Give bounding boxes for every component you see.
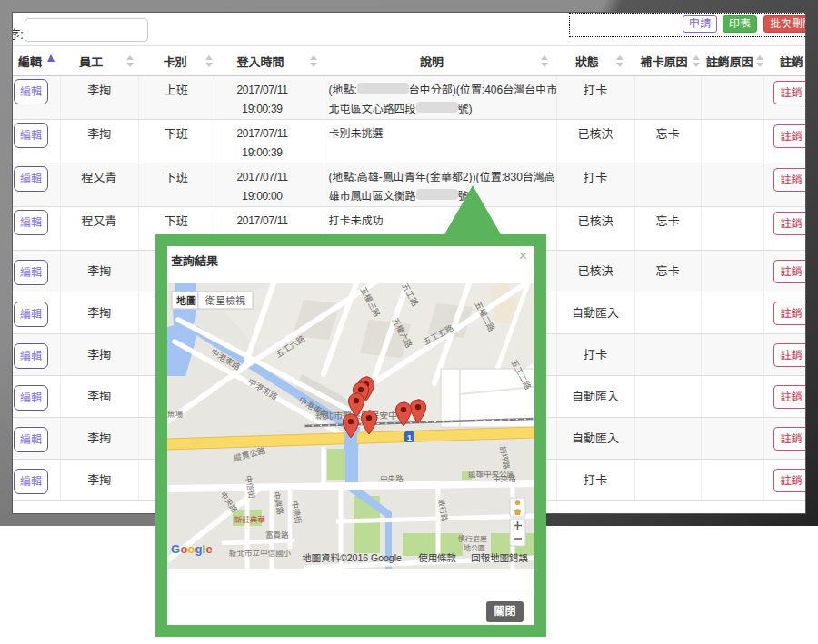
svg-text:回報地圖錯誤: 回報地圖錯誤 xyxy=(471,552,528,563)
svg-text:o: o xyxy=(181,542,188,556)
svg-text:e: e xyxy=(206,542,213,556)
svg-text:地圖資料©2016 Google: 地圖資料©2016 Google xyxy=(302,552,402,563)
svg-text:衛星檢視: 衛星檢視 xyxy=(204,295,245,306)
svg-text:新莊典華: 新莊典華 xyxy=(234,515,266,524)
svg-text:使用條款: 使用條款 xyxy=(418,552,457,563)
svg-text:新北市立中信國小: 新北市立中信國小 xyxy=(229,549,292,558)
svg-text:G: G xyxy=(171,542,180,556)
svg-text:魚場: 魚場 xyxy=(167,410,184,419)
svg-text:中央路: 中央路 xyxy=(493,474,516,483)
svg-text:地圖: 地圖 xyxy=(176,295,196,306)
svg-text:富貴路: 富貴路 xyxy=(265,530,289,540)
svg-text:慎行庭屋: 慎行庭屋 xyxy=(458,534,487,543)
svg-text:g: g xyxy=(195,542,203,556)
svg-text:地公園: 地公園 xyxy=(464,544,485,552)
svg-text:中央路: 中央路 xyxy=(380,474,404,483)
svg-text:1: 1 xyxy=(407,433,412,442)
svg-text:o: o xyxy=(188,542,195,556)
